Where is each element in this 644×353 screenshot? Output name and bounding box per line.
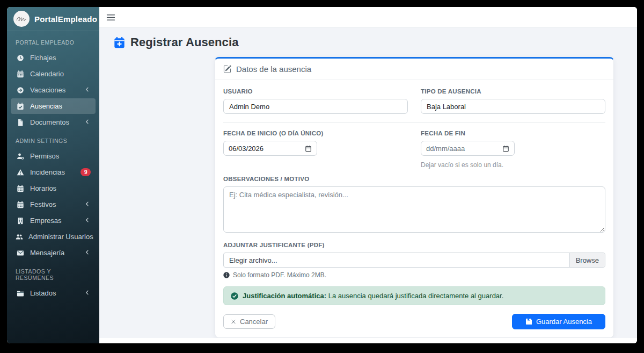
sidebar-item-label: Calendario [30, 70, 64, 78]
topbar [99, 7, 637, 28]
sidebar-section-label: ADMIN SETTINGS [7, 131, 99, 148]
sidebar-item-festivos[interactable]: Festivos [11, 197, 96, 212]
divider [223, 122, 605, 123]
card-body: USUARIO TIPO DE AUSENCIA FECHA DE INICIO… [215, 80, 613, 337]
brand[interactable]: PortalEmpleado [7, 7, 99, 31]
fecha-inicio-value: 06/03/2026 [229, 145, 305, 153]
chevron-left-icon [84, 200, 91, 208]
page-title-row: Registrar Ausencia [114, 35, 637, 49]
arrow-circle-icon [16, 87, 25, 94]
folder-icon [16, 290, 25, 297]
notification-badge: 9 [80, 168, 91, 176]
sidebar-item-label: Vacaciones [30, 86, 65, 94]
form-footer: Cancelar Guardar Ausencia [223, 314, 605, 329]
sidebar-section-label: LISTADOS Y RESÚMENES [7, 261, 99, 285]
chevron-left-icon [84, 217, 91, 225]
file-input-text: Elegir archivo... [224, 253, 569, 267]
justificante-label: ADJUNTAR JUSTIFICANTE (PDF) [223, 242, 605, 248]
justificante-file-input[interactable]: Elegir archivo... Browse [223, 253, 605, 268]
file-help-text: Solo formato PDF. Máximo 2MB. [233, 271, 326, 279]
main-area: Registrar Ausencia Datos de la ausencia … [99, 7, 637, 343]
auto-justification-alert: Justificación automática: La ausencia qu… [223, 286, 605, 305]
chevron-left-icon [84, 289, 91, 297]
sidebar-item-label: Ausencias [30, 102, 62, 110]
sidebar-item-label: Listados [30, 289, 56, 297]
user-key-icon [16, 153, 25, 160]
sidebar-item-empresas[interactable]: Empresas [11, 213, 96, 228]
sidebar-item-documentos[interactable]: Documentos [11, 114, 96, 130]
sidebar-nav: PORTAL EMPLEADOFichajesCalendarioVacacio… [7, 31, 99, 301]
sidebar-item-listados[interactable]: Listados [11, 285, 96, 301]
sidebar-section-label: PORTAL EMPLEADO [7, 32, 99, 49]
sidebar-item-incidencias[interactable]: Incidencias9 [11, 164, 96, 180]
sidebar-item-label: Mensajería [30, 249, 64, 257]
clock-icon [16, 54, 25, 62]
calendar-icon [16, 185, 25, 192]
check-circle-icon [231, 292, 238, 300]
warning-icon [16, 169, 25, 176]
x-icon [231, 319, 236, 325]
sidebar-item-horarios[interactable]: Horarios [11, 181, 96, 196]
chevron-left-icon [84, 249, 91, 257]
observaciones-textarea[interactable] [223, 186, 605, 233]
calendar-icon [16, 201, 25, 208]
chevron-left-icon [84, 118, 91, 126]
fecha-fin-placeholder: dd/mm/aaaa [426, 145, 502, 153]
sidebar: PortalEmpleado PORTAL EMPLEADOFichajesCa… [7, 7, 99, 343]
chevron-left-icon [84, 86, 91, 94]
brand-logo-icon [13, 11, 30, 27]
page-title: Registrar Ausencia [130, 35, 239, 49]
cancel-button-label: Cancelar [240, 318, 268, 326]
file-icon [16, 119, 25, 126]
sidebar-item-fichajes[interactable]: Fichajes [11, 50, 96, 66]
content-area: Registrar Ausencia Datos de la ausencia … [99, 28, 637, 338]
fecha-fin-label: FECHA DE FIN [421, 130, 605, 136]
save-button-label: Guardar Ausencia [536, 318, 592, 326]
save-icon [525, 318, 532, 325]
tipo-ausencia-input[interactable] [421, 99, 605, 114]
envelope-icon [16, 249, 25, 257]
usuario-label: USUARIO [223, 88, 408, 95]
card-header-title: Datos de la ausencia [236, 64, 311, 74]
sidebar-item-label: Festivos [30, 200, 56, 208]
sidebar-item-label: Horarios [30, 184, 56, 192]
sidebar-item-label: Administrar Usuarios [28, 233, 93, 241]
usuario-input[interactable] [223, 99, 408, 114]
save-absence-button[interactable]: Guardar Ausencia [512, 314, 605, 329]
sidebar-item-permisos[interactable]: Permisos [11, 148, 96, 164]
cancel-button[interactable]: Cancelar [223, 314, 275, 329]
sidebar-item-vacaciones[interactable]: Vacaciones [11, 82, 96, 98]
sidebar-item-calendario[interactable]: Calendario [11, 66, 96, 82]
absence-form-card: Datos de la ausencia USUARIO TIPO DE AUS… [215, 57, 614, 338]
browse-button[interactable]: Browse [569, 253, 605, 267]
calendar-icon [16, 70, 25, 78]
sidebar-item-label: Documentos [30, 118, 69, 126]
card-header: Datos de la ausencia [215, 59, 613, 80]
sidebar-item-label: Incidencias [30, 168, 65, 176]
observaciones-label: OBSERVACIONES / MOTIVO [223, 176, 605, 182]
tipo-ausencia-label: TIPO DE AUSENCIA [421, 88, 605, 95]
users-icon [16, 233, 23, 241]
sidebar-item-ausencias[interactable]: Ausencias [11, 98, 96, 114]
sidebar-item-label: Fichajes [30, 54, 56, 62]
brand-name: PortalEmpleado [34, 15, 97, 24]
sidebar-item-administrar-usuarios[interactable]: Administrar Usuarios [11, 229, 96, 244]
calendar-check-icon [16, 103, 25, 110]
fecha-fin-hint: Dejar vacío si es solo un día. [421, 161, 605, 169]
sidebar-item-label: Empresas [30, 217, 62, 225]
app-window: PortalEmpleado PORTAL EMPLEADOFichajesCa… [7, 7, 637, 343]
datepicker-icon[interactable] [305, 145, 312, 152]
fecha-inicio-input[interactable]: 06/03/2026 [223, 141, 317, 156]
file-help-row: Solo formato PDF. Máximo 2MB. [223, 271, 605, 279]
fecha-fin-input[interactable]: dd/mm/aaaa [421, 141, 515, 156]
calendar-plus-icon [114, 37, 125, 48]
datepicker-icon[interactable] [502, 145, 509, 152]
sidebar-item-label: Permisos [30, 152, 59, 160]
pencil-square-icon [223, 65, 231, 73]
alert-text: Justificación automática: La ausencia qu… [243, 292, 503, 300]
building-icon [16, 217, 25, 225]
hamburger-menu-icon[interactable] [106, 13, 115, 22]
fecha-inicio-label: FECHA DE INICIO (O DÍA ÚNICO) [223, 130, 408, 136]
sidebar-item-mensajeria[interactable]: Mensajería [11, 245, 96, 261]
info-circle-icon [223, 272, 230, 278]
